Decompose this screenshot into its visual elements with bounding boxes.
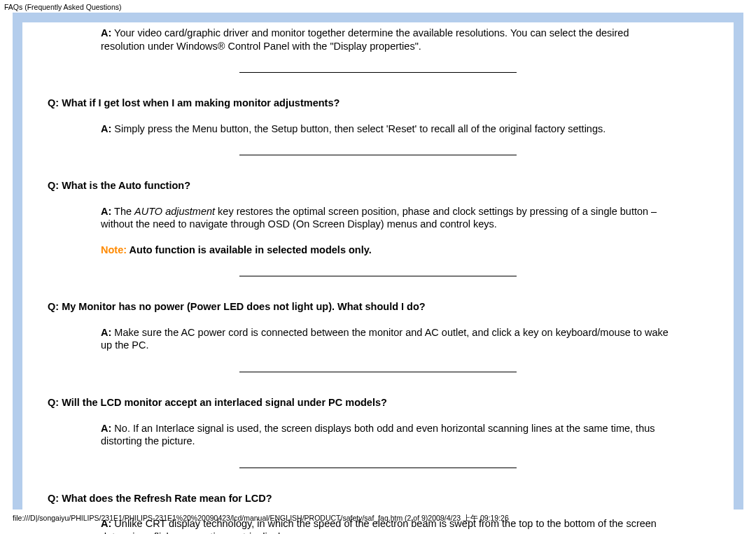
question-line: Q: What if I get lost when I am making m… <box>48 97 722 110</box>
separator <box>239 72 517 73</box>
answer-label: A: <box>101 423 111 434</box>
question-text: My Monitor has no power (Power LED does … <box>59 301 426 312</box>
question-label: Q: <box>48 301 59 312</box>
note-text: Auto function is available in selected m… <box>130 244 372 255</box>
answer-label: A: <box>101 123 111 134</box>
separator <box>239 468 517 468</box>
question-label: Q: <box>48 493 59 504</box>
answer-block: A: No. If an Interlace signal is used, t… <box>101 422 672 448</box>
answer-text: No. If an Interlace signal is used, the … <box>101 423 655 447</box>
answer-block: A: Simply press the Menu button, the Set… <box>101 122 672 136</box>
answer-label: A: <box>101 27 111 38</box>
question-line: Q: What does the Refresh Rate mean for L… <box>48 492 722 505</box>
answer-block: A: Make sure the AC power cord is connec… <box>101 326 672 352</box>
answer-italic: AUTO adjustment <box>134 206 215 217</box>
answer-label: A: <box>101 327 111 338</box>
separator <box>239 276 517 276</box>
answer-label: A: <box>101 206 111 217</box>
question-label: Q: <box>48 397 59 408</box>
answer-text: The <box>111 206 134 217</box>
question-label: Q: <box>48 97 59 108</box>
separator <box>239 155 517 155</box>
answer-text: Make sure the AC power cord is connected… <box>101 327 668 351</box>
answer-block: A: The AUTO adjustment key restores the … <box>101 205 672 231</box>
question-text: What if I get lost when I am making moni… <box>59 97 340 108</box>
question-text: Will the LCD monitor accept an interlace… <box>59 397 387 408</box>
document-frame: A: Your video card/graphic driver and mo… <box>13 13 743 510</box>
separator <box>239 372 517 372</box>
answer-text: Your video card/graphic driver and monit… <box>101 27 629 52</box>
question-label: Q: <box>48 180 59 191</box>
question-text: What does the Refresh Rate mean for LCD? <box>59 493 272 504</box>
document-content: A: Your video card/graphic driver and mo… <box>22 27 734 534</box>
note-label: Note: <box>101 244 130 255</box>
note-block: Note: Auto function is available in sele… <box>101 244 672 257</box>
header-title: FAQs (Frequently Asked Questions) <box>0 0 756 13</box>
answer-block: A: Your video card/graphic driver and mo… <box>101 27 672 52</box>
question-line: Q: My Monitor has no power (Power LED do… <box>48 300 722 314</box>
answer-text: Simply press the Menu button, the Setup … <box>111 123 606 134</box>
question-line: Q: Will the LCD monitor accept an interl… <box>48 396 722 409</box>
question-text: What is the Auto function? <box>59 180 190 191</box>
question-line: Q: What is the Auto function? <box>48 179 722 192</box>
